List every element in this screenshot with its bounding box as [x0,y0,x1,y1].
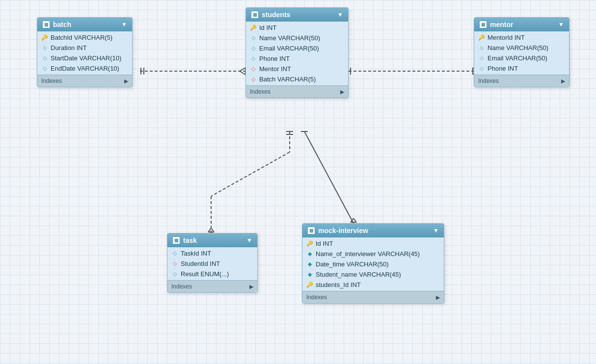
mentor-indexes[interactable]: Indexes ▶ [474,75,569,87]
diamond-icon: ◇ [171,271,178,278]
field-mentor: ◇ Mentor INT [246,64,348,74]
svg-line-2 [240,68,245,71]
mentor-title: mentor [490,21,513,28]
mock-interview-table-icon: ▦ [307,227,315,234]
mock-interview-indexes-label: Indexes [306,294,327,301]
field-startdate-text: StartDate VARCHAR(10) [51,54,121,62]
diamond-teal-icon: ◆ [306,271,313,278]
field-enddate: ◇ EndDate VARCHAR(10) [37,63,132,74]
task-header[interactable]: ▦ task ▼ [167,234,257,247]
key-icon: 🔑 [41,34,48,41]
svg-line-3 [240,71,245,75]
indexes-arrow: ▶ [561,78,565,84]
field-mentor-phone: ◇ Phone INT [474,63,569,74]
field-result-text: Result ENUM(...) [181,270,229,278]
mock-interview-dropdown[interactable]: ▼ [433,227,439,234]
field-id-text: Id INT [259,24,276,31]
indexes-arrow: ▶ [249,284,253,290]
field-result: ◇ Result ENUM(...) [167,269,257,279]
svg-line-18 [208,228,211,232]
students-header[interactable]: ▦ students ▼ [246,8,348,22]
svg-line-13 [211,152,290,196]
field-taskid: ◇ TaskId INT [167,248,257,259]
students-table: ▦ students ▼ 🔑 Id INT ◇ Name VARCHAR(50)… [245,7,349,98]
students-dropdown[interactable]: ▼ [337,11,343,18]
field-duration-text: Duration INT [51,44,87,52]
diamond-icon: ◇ [478,45,485,52]
diamond-icon: ◇ [250,45,257,52]
field-mentor-email: ◇ Email VARCHAR(50) [474,53,569,63]
field-batch: ◇ Batch VARCHAR(5) [246,74,348,84]
diamond-red-icon: ◇ [250,66,257,73]
diamond-icon: ◇ [171,250,178,257]
mock-interview-fields: 🔑 Id INT ◆ Name_of_interviewer VARCHAR(4… [302,237,444,291]
field-batchid-text: BatchId VARCHAR(5) [51,34,112,41]
indexes-arrow: ▶ [124,78,128,84]
mock-interview-indexes[interactable]: Indexes ▶ [302,291,444,303]
field-name-text: Name VARCHAR(50) [259,34,320,42]
indexes-arrow: ▶ [436,294,440,301]
mentor-dropdown[interactable]: ▼ [558,21,564,28]
field-date-time: ◆ Date_time VARCHAR(50) [302,259,444,269]
task-indexes[interactable]: Indexes ▶ [167,280,257,292]
diamond-red-icon: ◇ [171,260,178,267]
field-duration: ◇ Duration INT [37,43,132,53]
mock-interview-title: mock-interview [318,227,368,234]
diamond-teal-icon: ◆ [306,251,313,258]
field-batch-text: Batch VARCHAR(5) [259,76,316,83]
diamond-red-icon: ◇ [250,76,257,83]
field-mentor-email-text: Email VARCHAR(50) [488,54,547,62]
students-title: students [262,11,290,19]
batch-indexes[interactable]: Indexes ▶ [37,75,132,87]
svg-line-23 [351,218,353,222]
batch-indexes-label: Indexes [41,78,62,84]
mock-interview-header[interactable]: ▦ mock-interview ▼ [302,224,444,237]
task-dropdown[interactable]: ▼ [246,237,252,244]
batch-table: ▦ batch ▼ 🔑 BatchId VARCHAR(5) ◇ Duratio… [37,17,133,87]
mentor-header[interactable]: ▦ mentor ▼ [474,18,569,31]
field-mock-id: 🔑 Id INT [302,238,444,249]
field-interviewer-name-text: Name_of_interviewer VARCHAR(45) [316,250,420,258]
task-fields: ◇ TaskId INT ◇ StudentId INT ◇ Result EN… [167,247,257,280]
students-fields: 🔑 Id INT ◇ Name VARCHAR(50) ◇ Email VARC… [246,22,348,85]
field-mentor-text: Mentor INT [259,65,291,73]
field-mentor-name: ◇ Name VARCHAR(50) [474,43,569,53]
batch-title: batch [53,21,71,28]
mentor-indexes-label: Indexes [478,78,499,84]
field-date-time-text: Date_time VARCHAR(50) [316,260,389,268]
field-student-name-text: Student_name VARCHAR(45) [316,271,401,278]
task-table-icon: ▦ [172,236,180,244]
batch-header[interactable]: ▦ batch ▼ [37,18,132,31]
field-students-id: 🔑 students_Id INT [302,280,444,290]
field-studentid: ◇ StudentId INT [167,259,257,269]
indexes-arrow: ▶ [340,89,344,95]
field-interviewer-name: ◆ Name_of_interviewer VARCHAR(45) [302,249,444,259]
diamond-icon: ◇ [41,55,48,62]
field-studentid-text: StudentId INT [181,260,220,267]
field-id: 🔑 Id INT [246,23,348,33]
field-taskid-text: TaskId INT [181,250,211,257]
diamond-icon: ◇ [250,35,257,42]
field-name: ◇ Name VARCHAR(50) [246,33,348,43]
svg-line-20 [304,131,353,223]
batch-dropdown[interactable]: ▼ [121,21,127,28]
key-red-icon: 🔑 [306,282,313,288]
field-phone-text: Phone INT [259,55,290,62]
field-startdate: ◇ StartDate VARCHAR(10) [37,53,132,63]
diamond-icon: ◇ [478,65,485,72]
field-email: ◇ Email VARCHAR(50) [246,43,348,53]
field-mentor-phone-text: Phone INT [488,65,518,72]
key-icon: 🔑 [250,25,257,31]
field-mentorid-text: MentorId INT [488,34,525,41]
students-table-icon: ▦ [251,11,259,19]
field-email-text: Email VARCHAR(50) [259,45,319,52]
field-students-id-text: students_Id INT [316,281,361,288]
batch-fields: 🔑 BatchId VARCHAR(5) ◇ Duration INT ◇ St… [37,31,132,75]
field-mock-id-text: Id INT [316,240,333,247]
diamond-icon: ◇ [41,45,48,52]
mock-interview-table: ▦ mock-interview ▼ 🔑 Id INT ◆ Name_of_in… [302,223,444,304]
students-indexes[interactable]: Indexes ▶ [246,85,348,98]
students-indexes-label: Indexes [250,88,271,95]
task-title: task [183,236,197,244]
field-student-name: ◆ Student_name VARCHAR(45) [302,269,444,280]
